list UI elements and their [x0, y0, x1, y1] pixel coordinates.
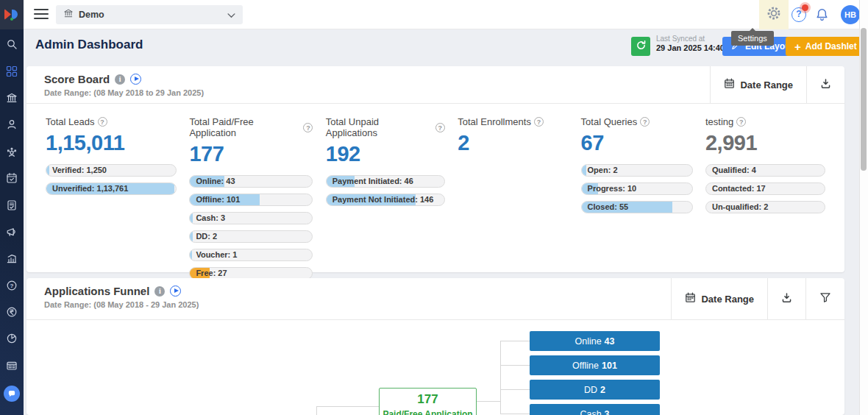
stat-label: Total Paid/Free Application?: [189, 116, 313, 138]
app-logo[interactable]: [0, 0, 24, 29]
info-icon[interactable]: i: [115, 74, 125, 85]
stat-bar[interactable]: Progress: 10: [581, 182, 693, 195]
refresh-button[interactable]: [631, 37, 650, 56]
chevron-down-icon: [227, 8, 235, 21]
stat-column: testing?2,991Qualified: 4Contacted: 17Un…: [705, 116, 825, 285]
refresh-icon: [636, 40, 647, 54]
stat-bar[interactable]: Payment Not Initiated: 146: [326, 194, 445, 206]
stat-label: testing?: [705, 116, 825, 127]
help-circle-icon[interactable]: ?: [534, 117, 544, 127]
stat-bar[interactable]: Qualified: 4: [705, 164, 825, 177]
bank-icon: [63, 8, 74, 21]
scrollbar-track[interactable]: [859, 0, 868, 415]
help-circle-icon[interactable]: ?: [303, 123, 313, 132]
sidebar-item-more[interactable]: [0, 407, 24, 415]
person-share-icon: [6, 146, 18, 160]
funnel-branch-box[interactable]: Offline101: [530, 355, 660, 375]
stat-value: 2,991: [705, 131, 825, 155]
add-dashlet-button[interactable]: + Add Dashlet: [786, 37, 866, 56]
scoreboard-date-range: Date Range: (08 May 2018 to 29 Jan 2025): [44, 88, 710, 97]
sidebar-item-dashboard[interactable]: [0, 59, 24, 85]
sidebar-item-browser[interactable]: [0, 354, 24, 380]
sidebar-item-reports[interactable]: [0, 246, 24, 273]
stat-value: 2: [458, 131, 568, 155]
sidebar-item-lead-distribution[interactable]: [0, 140, 24, 166]
funnel-branch-box[interactable]: DD2: [530, 380, 660, 400]
play-icon[interactable]: [170, 285, 181, 297]
stat-bar[interactable]: Un-qualified: 2: [705, 201, 825, 213]
plus-icon: +: [794, 41, 801, 52]
funnel-branch-label: Offline: [572, 361, 599, 371]
funnel-branch-label: Online: [574, 336, 601, 347]
scoreboard-date-range-button[interactable]: Date Range: [710, 66, 806, 103]
stat-bar[interactable]: Verified: 1,250: [46, 164, 177, 177]
info-icon[interactable]: i: [154, 286, 165, 297]
funnel-branch-box[interactable]: Online43: [530, 331, 660, 351]
stat-bar[interactable]: Contacted: 17: [705, 182, 825, 195]
funnel-branch-label: DD: [584, 385, 597, 395]
stat-label: Total Unpaid Applications?: [326, 116, 445, 138]
stat-bar[interactable]: Voucher: 1: [189, 249, 313, 261]
scoreboard-stats-row: Total Leads?1,15,011Verified: 1,250Unver…: [26, 104, 844, 285]
stat-bar[interactable]: Offline: 101: [189, 194, 313, 206]
stat-bar[interactable]: Unverified: 1,13,761: [46, 182, 177, 195]
stat-label: Total Queries?: [581, 116, 693, 127]
sidebar-item-search[interactable]: [0, 32, 24, 59]
calendar-icon: [724, 78, 735, 91]
funnel-source-label: Paid/Free Application: [380, 409, 476, 415]
stat-bar[interactable]: Payment Initiated: 46: [326, 175, 445, 188]
scoreboard-download-button[interactable]: [806, 66, 844, 103]
rupee-circle-icon: [6, 306, 18, 321]
sidebar-item-forms[interactable]: [0, 193, 24, 219]
funnel-branch-value: 101: [602, 361, 617, 371]
sidebar-item-contacts[interactable]: [0, 113, 24, 139]
sidebar-item-tasks[interactable]: [0, 166, 24, 193]
help-circle-icon[interactable]: ?: [435, 123, 445, 132]
funnel-branch-value: 3: [605, 409, 610, 415]
megaphone-icon: [6, 226, 18, 241]
download-icon: [781, 292, 792, 305]
sidebar-item-analytics[interactable]: [0, 327, 24, 353]
help-circle-icon[interactable]: ?: [98, 117, 107, 127]
help-circle-icon[interactable]: ?: [640, 117, 650, 127]
stat-bar[interactable]: DD: 2: [189, 230, 313, 243]
funnel-date-range: Date Range: (08 May 2018 - 29 Jan 2025): [44, 300, 671, 309]
sidebar-item-campaigns[interactable]: [0, 220, 24, 246]
funnel-filter-button[interactable]: [805, 278, 844, 319]
help-circle-icon[interactable]: ?: [736, 117, 746, 127]
menu-toggle-icon[interactable]: [34, 9, 49, 21]
brand-logo-icon: [4, 9, 19, 21]
sidebar-item-help[interactable]: ?: [0, 274, 24, 300]
funnel-date-range-button[interactable]: Date Range: [671, 278, 767, 319]
sidebar: ?: [0, 29, 24, 415]
sidebar-item-payments[interactable]: [0, 300, 24, 327]
filter-icon: [819, 292, 831, 305]
funnel-download-button[interactable]: [767, 278, 805, 319]
bank-icon: [6, 92, 18, 107]
avatar[interactable]: HB: [841, 5, 860, 24]
funnel-branch-box[interactable]: Cash3: [530, 404, 660, 415]
stat-bar[interactable]: Closed: 55: [581, 201, 693, 213]
funnel-branch-value: 2: [600, 385, 605, 395]
topbar: Demo ? HB: [24, 0, 859, 29]
pie-chart-icon: [6, 333, 18, 347]
play-icon[interactable]: [130, 74, 141, 85]
stat-bar[interactable]: Online: 43: [189, 175, 313, 188]
stat-bar[interactable]: Cash: 3: [189, 212, 313, 224]
settings-button[interactable]: [759, 0, 789, 29]
stat-column: Total Paid/Free Application?177Online: 4…: [189, 116, 313, 285]
scrollbar-thumb[interactable]: [861, 28, 867, 171]
stat-bars: Online: 43Offline: 101Cash: 3DD: 2Vouche…: [189, 175, 313, 280]
stat-bars: Payment Initiated: 46Payment Not Initiat…: [326, 175, 445, 206]
funnel-source-value: 177: [380, 392, 476, 407]
notifications-button[interactable]: [815, 7, 829, 25]
workspace-selector[interactable]: Demo: [56, 5, 243, 24]
funnel-source-box[interactable]: 177 Paid/Free Application: [379, 388, 477, 415]
stat-bar[interactable]: Open: 2: [581, 164, 693, 177]
sidebar-item-institute[interactable]: [0, 86, 24, 113]
page-title: Admin Dashboard: [35, 38, 143, 52]
document-check-icon: [6, 199, 18, 214]
help-button[interactable]: ?: [791, 7, 806, 22]
stat-column: Total Leads?1,15,011Verified: 1,250Unver…: [46, 116, 177, 285]
sidebar-item-chat[interactable]: [0, 380, 24, 407]
